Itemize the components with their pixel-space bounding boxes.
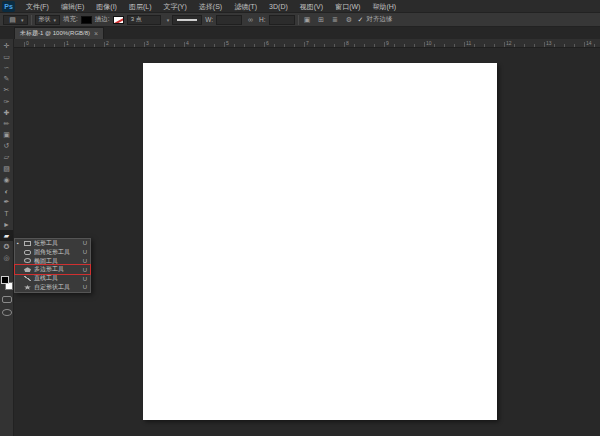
brush-tool[interactable]: ✏ [0, 118, 13, 129]
ruler-tick [144, 42, 145, 47]
pen-tool[interactable]: ✒ [0, 197, 13, 208]
ruler-tick [264, 42, 265, 47]
ruler-tick [514, 44, 515, 47]
healing-brush-tool[interactable]: ✚ [0, 107, 13, 118]
flyout-menu-item[interactable]: ▪ 自定形状工具 U [15, 283, 90, 292]
shape-height-input[interactable] [269, 15, 295, 25]
menu-item[interactable]: 窗口(W) [329, 0, 366, 13]
ruler-tick [34, 44, 35, 47]
ruler-tick [234, 44, 235, 47]
flyout-menu-item[interactable]: ▪ 矩形工具 U [15, 239, 90, 248]
document-canvas[interactable] [143, 63, 497, 420]
ruler-number: 9 [386, 40, 389, 46]
clone-stamp-tool[interactable]: ▣ [0, 130, 13, 141]
shape-tool[interactable]: ▰ [0, 230, 13, 241]
ruler-tick [224, 42, 225, 47]
ruler-number: 8 [346, 40, 349, 46]
chevron-down-icon[interactable]: ▾ [167, 17, 170, 23]
flyout-menu-item[interactable]: ▪ 椭圆工具 U [15, 257, 90, 266]
gradient-tool[interactable]: ▨ [0, 163, 13, 174]
ruler-tick [154, 44, 155, 47]
menu-item[interactable]: 编辑(E) [55, 0, 90, 13]
blur-tool[interactable]: ◉ [0, 174, 13, 185]
tool-options-bar: ▤ ▾ 形状 ▾ 填充: 描边: 3 点 ▾ W: ∞ H: ▣ ⊞ ≣ ⚙ ✓… [0, 13, 600, 27]
close-icon[interactable]: × [94, 30, 98, 37]
rectangle-icon [24, 241, 31, 246]
screen-mode-button[interactable] [2, 309, 12, 316]
ruler-tick [114, 44, 115, 47]
ruler-number: 11 [466, 40, 471, 46]
line-icon [24, 276, 31, 281]
stroke-width-input[interactable]: 3 点 [127, 15, 161, 25]
photoshop-logo: Ps [2, 1, 15, 12]
ruler-tick [124, 44, 125, 47]
quick-mask-button[interactable] [2, 296, 12, 303]
path-operations-icon[interactable]: ▣ [302, 16, 313, 24]
flyout-menu-item[interactable]: ▪ 直线工具 U [15, 274, 90, 283]
flyout-menu-item[interactable]: ▪ 多边形工具 U [15, 265, 90, 274]
history-brush-tool[interactable]: ↺ [0, 141, 13, 152]
ruler-tick [214, 44, 215, 47]
ruler-tick [274, 44, 275, 47]
color-swatches [1, 276, 13, 290]
flyout-item-label: 直线工具 [34, 274, 80, 283]
custom-shape-icon [24, 285, 31, 290]
link-dimensions-icon[interactable]: ∞ [245, 16, 256, 23]
stroke-width-value: 3 点 [131, 15, 142, 24]
eyedropper-tool[interactable]: ✑ [0, 96, 13, 107]
ruler-tick [414, 44, 415, 47]
stroke-color-swatch[interactable] [113, 16, 124, 24]
ruler-tick [424, 42, 425, 47]
menu-item[interactable]: 文件(F) [20, 0, 55, 13]
ruler-tick [574, 44, 575, 47]
shape-width-input[interactable] [216, 15, 242, 25]
quick-selection-tool[interactable]: ✎ [0, 74, 13, 85]
menu-item[interactable]: 选择(S) [193, 0, 228, 13]
stroke-style-dropdown[interactable] [172, 15, 202, 25]
zoom-tool[interactable]: ◎ [0, 253, 13, 264]
menu-item[interactable]: 滤镜(T) [228, 0, 263, 13]
flyout-item-shortcut: U [83, 276, 87, 282]
crop-tool[interactable]: ✂ [0, 85, 13, 96]
align-edges-checkbox[interactable]: ✓ [358, 16, 364, 24]
ruler-tick [54, 44, 55, 47]
fill-label: 填充: [63, 15, 78, 24]
document-tab[interactable]: 未标题-1 @ 100%(RGB/8) × [14, 27, 104, 39]
marquee-tool[interactable]: ▭ [0, 51, 13, 62]
move-tool[interactable]: ✛ [0, 40, 13, 51]
shape-mode-dropdown[interactable]: 形状 ▾ [35, 15, 61, 25]
flyout-menu-item[interactable]: ▪ 圆角矩形工具 U [15, 248, 90, 257]
ruler-number: 3 [146, 40, 149, 46]
ruler-tick [194, 44, 195, 47]
menu-item[interactable]: 帮助(H) [366, 0, 402, 13]
path-alignment-icon[interactable]: ⊞ [316, 16, 327, 24]
ruler-number: 14 [586, 40, 592, 46]
ruler-tick [104, 42, 105, 47]
ruler-tick [344, 42, 345, 47]
foreground-color-swatch[interactable] [1, 276, 9, 284]
tool-preset-picker[interactable]: ▤ ▾ [3, 15, 28, 25]
ruler-tick [524, 44, 525, 47]
dodge-tool[interactable]: ◐ [0, 185, 13, 196]
menu-item[interactable]: 3D(D) [263, 0, 294, 13]
type-tool[interactable]: T [0, 208, 13, 219]
menu-item[interactable]: 图层(L) [123, 0, 158, 13]
path-arrangement-icon[interactable]: ≣ [330, 16, 341, 24]
ruler-tick [534, 44, 535, 47]
flyout-item-shortcut: U [83, 240, 87, 246]
canvas-pasteboard[interactable] [14, 48, 600, 436]
ruler-tick [464, 42, 465, 47]
fill-color-swatch[interactable] [81, 16, 92, 24]
eraser-tool[interactable]: ▱ [0, 152, 13, 163]
lasso-tool[interactable]: ∽ [0, 62, 13, 73]
menu-item[interactable]: 文字(Y) [157, 0, 192, 13]
gear-icon[interactable]: ⚙ [344, 16, 355, 24]
menu-item[interactable]: 视图(V) [294, 0, 329, 13]
path-selection-tool[interactable]: ► [0, 219, 13, 230]
hand-tool[interactable]: ✪ [0, 241, 13, 252]
ruler-number: 1 [66, 40, 69, 46]
ruler-tick [304, 42, 305, 47]
ruler-number: 2 [106, 40, 109, 46]
menu-item[interactable]: 图像(I) [90, 0, 123, 13]
ruler-tick [444, 44, 445, 47]
